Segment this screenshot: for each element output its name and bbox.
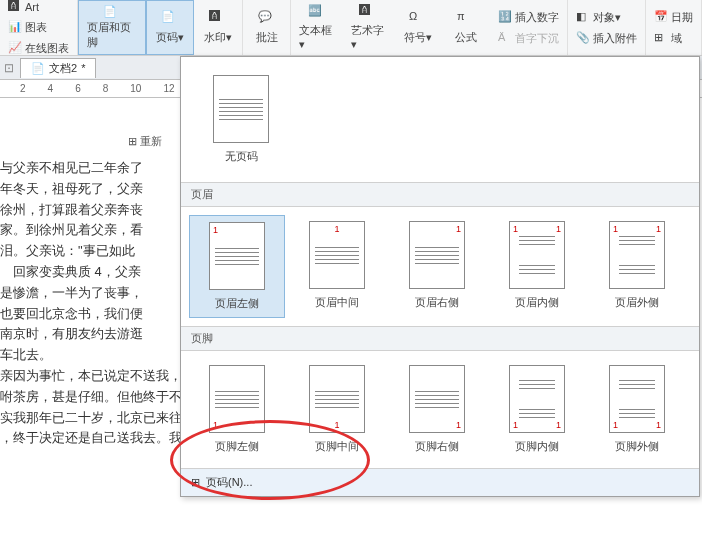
textbox-icon: 🔤 [308,4,326,21]
number-icon: 🔢 [498,10,512,24]
header-options-row: 1 页眉左侧 1 页眉中间 1 页眉右侧 11 页眉内侧 11 页眉外侧 [181,207,699,326]
insert-group: 🔢插入数字 Ä首字下沉 [490,0,568,55]
watermark-button[interactable]: 🅰 水印▾ [194,0,242,55]
formula-icon: π [457,10,475,28]
tab-title: 文档2 [49,61,77,76]
chart-icon: 📊 [8,20,22,34]
annotation-button[interactable]: 💬 批注 [242,0,290,55]
no-page-number-option[interactable]: 无页码 [193,69,289,170]
symbol-icon: Ω [409,10,427,28]
object-icon: ◧ [576,10,590,24]
document-tab[interactable]: 📄 文档2 * [20,58,96,78]
chart-button[interactable]: 📊图表 [4,18,73,37]
footer-right-option[interactable]: 1 页脚右侧 [389,359,485,460]
date-button[interactable]: 📅日期 [650,8,697,27]
date-icon: 📅 [654,10,668,24]
header-left-option[interactable]: 1 页眉左侧 [189,215,285,318]
header-footer-button[interactable]: 📄 页眉和页脚 [78,0,146,55]
ribbon-toolbar: 🅰Art 📊图表 📈在线图表 📄 页眉和页脚 📄 页码▾ 🅰 水印▾ 💬 批注 … [0,0,702,56]
watermark-icon: 🅰 [209,10,227,28]
page-number-dropdown: 无页码 页眉 1 页眉左侧 1 页眉中间 1 页眉右侧 11 页眉内侧 11 页… [180,56,700,497]
object-button[interactable]: ◧对象▾ [572,8,641,27]
annotation-icon: 💬 [258,10,276,28]
header-right-option[interactable]: 1 页眉右侧 [389,215,485,318]
doc-icon: 📄 [31,62,45,75]
symbol-button[interactable]: Ω 符号▾ [394,0,442,55]
online-chart-button[interactable]: 📈在线图表 [4,39,73,58]
field-icon: ⊞ [654,31,668,45]
footer-center-option[interactable]: 1 页脚中间 [289,359,385,460]
tabbar-prev-icon[interactable]: ⊡ [4,61,14,75]
footer-options-row: 1 页脚左侧 1 页脚中间 1 页脚右侧 11 页脚内侧 11 页脚外侧 [181,351,699,468]
wordart-icon: 🅰 [359,4,377,21]
page-number-button[interactable]: 📄 页码▾ [146,0,194,55]
footer-inside-option[interactable]: 11 页脚内侧 [489,359,585,460]
object-group: ◧对象▾ 📎插入附件 [568,0,646,55]
wordart-button[interactable]: 🅰 艺术字▾ [343,0,394,55]
formula-button[interactable]: π 公式 [442,0,490,55]
thumb-none [213,75,269,143]
header-center-option[interactable]: 1 页眉中间 [289,215,385,318]
footer-left-option[interactable]: 1 页脚左侧 [189,359,285,460]
footer-outside-option[interactable]: 11 页脚外侧 [589,359,685,460]
online-chart-icon: 📈 [8,41,22,55]
header-inside-option[interactable]: 11 页眉内侧 [489,215,585,318]
header-outside-option[interactable]: 11 页眉外侧 [589,215,685,318]
page-number-more-option[interactable]: ⊞ 页码(N)... [181,468,699,496]
reindex-label[interactable]: ⊞重新 [128,134,162,149]
insert-number-button[interactable]: 🔢插入数字 [494,8,563,27]
attachment-button[interactable]: 📎插入附件 [572,29,641,48]
header-footer-icon: 📄 [103,5,121,18]
dropcap-icon: Ä [498,31,512,45]
tab-modified-marker: * [81,62,85,74]
art-button[interactable]: 🅰Art [4,0,73,16]
attachment-icon: 📎 [576,31,590,45]
footer-section-label: 页脚 [181,326,699,351]
date-group: 📅日期 ⊞域 [646,0,702,55]
field-button[interactable]: ⊞域 [650,29,697,48]
header-section-label: 页眉 [181,182,699,207]
page-number-icon: 📄 [161,10,179,28]
art-icon: 🅰 [8,0,22,14]
drop-cap-button[interactable]: Ä首字下沉 [494,29,563,48]
page-number-more-icon: ⊞ [191,476,200,489]
textbox-button[interactable]: 🔤 文本框▾ [290,0,342,55]
chart-group: 🅰Art 📊图表 📈在线图表 [0,0,78,55]
reindex-icon: ⊞ [128,135,137,148]
